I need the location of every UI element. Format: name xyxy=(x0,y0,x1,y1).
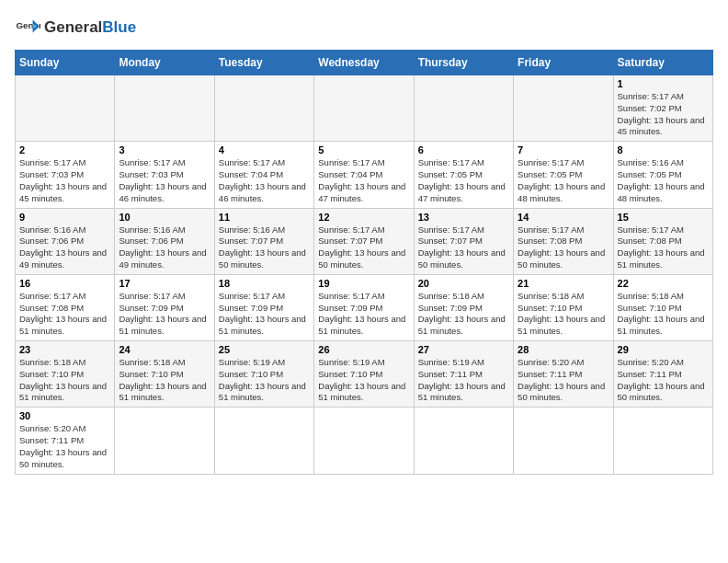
day-cell: 14Sunrise: 5:17 AM Sunset: 7:08 PM Dayli… xyxy=(514,208,613,274)
day-number: 24 xyxy=(119,344,210,355)
weekday-header-friday: Friday xyxy=(514,51,613,75)
day-cell: 26Sunrise: 5:19 AM Sunset: 7:10 PM Dayli… xyxy=(314,341,414,408)
logo-blue-text: Blue xyxy=(102,18,136,36)
day-info: Sunrise: 5:17 AM Sunset: 7:05 PM Dayligh… xyxy=(518,157,609,204)
day-number: 6 xyxy=(418,144,509,155)
day-cell xyxy=(314,75,414,142)
day-cell: 12Sunrise: 5:17 AM Sunset: 7:07 PM Dayli… xyxy=(314,208,414,274)
day-info: Sunrise: 5:17 AM Sunset: 7:07 PM Dayligh… xyxy=(318,224,409,271)
day-cell xyxy=(514,75,613,142)
day-number: 26 xyxy=(318,344,409,355)
day-cell: 23Sunrise: 5:18 AM Sunset: 7:10 PM Dayli… xyxy=(16,341,115,408)
day-info: Sunrise: 5:16 AM Sunset: 7:06 PM Dayligh… xyxy=(19,224,110,271)
day-info: Sunrise: 5:16 AM Sunset: 7:07 PM Dayligh… xyxy=(219,224,310,271)
day-info: Sunrise: 5:17 AM Sunset: 7:08 PM Dayligh… xyxy=(518,224,609,271)
day-info: Sunrise: 5:18 AM Sunset: 7:10 PM Dayligh… xyxy=(518,291,609,338)
day-cell: 17Sunrise: 5:17 AM Sunset: 7:09 PM Dayli… xyxy=(115,274,214,340)
day-cell xyxy=(115,75,214,142)
day-number: 2 xyxy=(19,144,110,155)
day-cell: 11Sunrise: 5:16 AM Sunset: 7:07 PM Dayli… xyxy=(214,208,313,274)
day-number: 8 xyxy=(618,144,709,155)
day-cell: 13Sunrise: 5:17 AM Sunset: 7:07 PM Dayli… xyxy=(414,208,513,274)
day-info: Sunrise: 5:20 AM Sunset: 7:11 PM Dayligh… xyxy=(518,357,609,404)
day-number: 25 xyxy=(219,344,310,355)
day-info: Sunrise: 5:18 AM Sunset: 7:10 PM Dayligh… xyxy=(618,291,709,338)
weekday-header-saturday: Saturday xyxy=(613,51,712,75)
header: General GeneralBlue xyxy=(15,15,713,40)
weekday-header-thursday: Thursday xyxy=(414,51,513,75)
day-cell: 1Sunrise: 5:17 AM Sunset: 7:02 PM Daylig… xyxy=(613,75,712,142)
weekday-header-wednesday: Wednesday xyxy=(314,51,414,75)
day-cell: 29Sunrise: 5:20 AM Sunset: 7:11 PM Dayli… xyxy=(613,341,712,408)
day-cell: 10Sunrise: 5:16 AM Sunset: 7:06 PM Dayli… xyxy=(115,208,214,274)
day-number: 29 xyxy=(618,344,709,355)
day-number: 17 xyxy=(119,278,210,289)
day-number: 27 xyxy=(418,344,509,355)
day-number: 1 xyxy=(618,78,709,89)
day-cell: 5Sunrise: 5:17 AM Sunset: 7:04 PM Daylig… xyxy=(314,142,414,208)
week-row-5: 23Sunrise: 5:18 AM Sunset: 7:10 PM Dayli… xyxy=(16,341,713,408)
day-cell: 7Sunrise: 5:17 AM Sunset: 7:05 PM Daylig… xyxy=(514,142,613,208)
calendar-table: SundayMondayTuesdayWednesdayThursdayFrid… xyxy=(15,50,713,475)
day-number: 22 xyxy=(618,278,709,289)
day-info: Sunrise: 5:19 AM Sunset: 7:10 PM Dayligh… xyxy=(219,357,310,404)
day-number: 15 xyxy=(618,212,709,223)
day-info: Sunrise: 5:17 AM Sunset: 7:03 PM Dayligh… xyxy=(19,157,110,204)
day-cell xyxy=(115,408,214,474)
day-info: Sunrise: 5:19 AM Sunset: 7:10 PM Dayligh… xyxy=(318,357,409,404)
day-number: 19 xyxy=(318,278,409,289)
week-row-4: 16Sunrise: 5:17 AM Sunset: 7:08 PM Dayli… xyxy=(16,274,713,340)
day-info: Sunrise: 5:16 AM Sunset: 7:06 PM Dayligh… xyxy=(119,224,210,271)
day-info: Sunrise: 5:20 AM Sunset: 7:11 PM Dayligh… xyxy=(618,357,709,404)
day-number: 5 xyxy=(318,144,409,155)
day-cell: 6Sunrise: 5:17 AM Sunset: 7:05 PM Daylig… xyxy=(414,142,513,208)
day-cell: 16Sunrise: 5:17 AM Sunset: 7:08 PM Dayli… xyxy=(16,274,115,340)
day-cell: 3Sunrise: 5:17 AM Sunset: 7:03 PM Daylig… xyxy=(115,142,214,208)
day-number: 7 xyxy=(518,144,609,155)
day-number: 12 xyxy=(318,212,409,223)
day-info: Sunrise: 5:16 AM Sunset: 7:05 PM Dayligh… xyxy=(618,157,709,204)
day-cell: 8Sunrise: 5:16 AM Sunset: 7:05 PM Daylig… xyxy=(613,142,712,208)
day-cell xyxy=(214,408,313,474)
week-row-6: 30Sunrise: 5:20 AM Sunset: 7:11 PM Dayli… xyxy=(16,408,713,474)
day-info: Sunrise: 5:19 AM Sunset: 7:11 PM Dayligh… xyxy=(418,357,509,404)
day-cell: 28Sunrise: 5:20 AM Sunset: 7:11 PM Dayli… xyxy=(514,341,613,408)
logo-icon: General xyxy=(15,15,40,40)
day-info: Sunrise: 5:17 AM Sunset: 7:02 PM Dayligh… xyxy=(618,91,709,138)
weekday-header-tuesday: Tuesday xyxy=(214,51,313,75)
day-info: Sunrise: 5:17 AM Sunset: 7:08 PM Dayligh… xyxy=(618,224,709,271)
day-cell xyxy=(16,75,115,142)
day-info: Sunrise: 5:17 AM Sunset: 7:09 PM Dayligh… xyxy=(318,291,409,338)
logo-general-text: General xyxy=(44,18,102,36)
day-info: Sunrise: 5:17 AM Sunset: 7:08 PM Dayligh… xyxy=(19,291,110,338)
day-cell: 30Sunrise: 5:20 AM Sunset: 7:11 PM Dayli… xyxy=(16,408,115,474)
day-cell xyxy=(613,408,712,474)
day-number: 3 xyxy=(119,144,210,155)
day-info: Sunrise: 5:17 AM Sunset: 7:04 PM Dayligh… xyxy=(219,157,310,204)
day-number: 30 xyxy=(19,410,110,421)
weekday-header-sunday: Sunday xyxy=(16,51,115,75)
day-cell xyxy=(314,408,414,474)
day-cell: 19Sunrise: 5:17 AM Sunset: 7:09 PM Dayli… xyxy=(314,274,414,340)
day-number: 28 xyxy=(518,344,609,355)
day-cell: 4Sunrise: 5:17 AM Sunset: 7:04 PM Daylig… xyxy=(214,142,313,208)
day-cell: 20Sunrise: 5:18 AM Sunset: 7:09 PM Dayli… xyxy=(414,274,513,340)
day-number: 4 xyxy=(219,144,310,155)
day-cell xyxy=(214,75,313,142)
day-info: Sunrise: 5:20 AM Sunset: 7:11 PM Dayligh… xyxy=(19,423,110,470)
day-info: Sunrise: 5:17 AM Sunset: 7:04 PM Dayligh… xyxy=(318,157,409,204)
day-number: 14 xyxy=(518,212,609,223)
day-info: Sunrise: 5:17 AM Sunset: 7:05 PM Dayligh… xyxy=(418,157,509,204)
day-number: 11 xyxy=(219,212,310,223)
day-number: 13 xyxy=(418,212,509,223)
day-cell: 24Sunrise: 5:18 AM Sunset: 7:10 PM Dayli… xyxy=(115,341,214,408)
day-number: 16 xyxy=(19,278,110,289)
day-info: Sunrise: 5:17 AM Sunset: 7:03 PM Dayligh… xyxy=(119,157,210,204)
day-number: 18 xyxy=(219,278,310,289)
day-info: Sunrise: 5:17 AM Sunset: 7:09 PM Dayligh… xyxy=(219,291,310,338)
day-cell: 25Sunrise: 5:19 AM Sunset: 7:10 PM Dayli… xyxy=(214,341,313,408)
day-cell: 27Sunrise: 5:19 AM Sunset: 7:11 PM Dayli… xyxy=(414,341,513,408)
day-cell xyxy=(414,408,513,474)
day-number: 20 xyxy=(418,278,509,289)
day-cell: 21Sunrise: 5:18 AM Sunset: 7:10 PM Dayli… xyxy=(514,274,613,340)
